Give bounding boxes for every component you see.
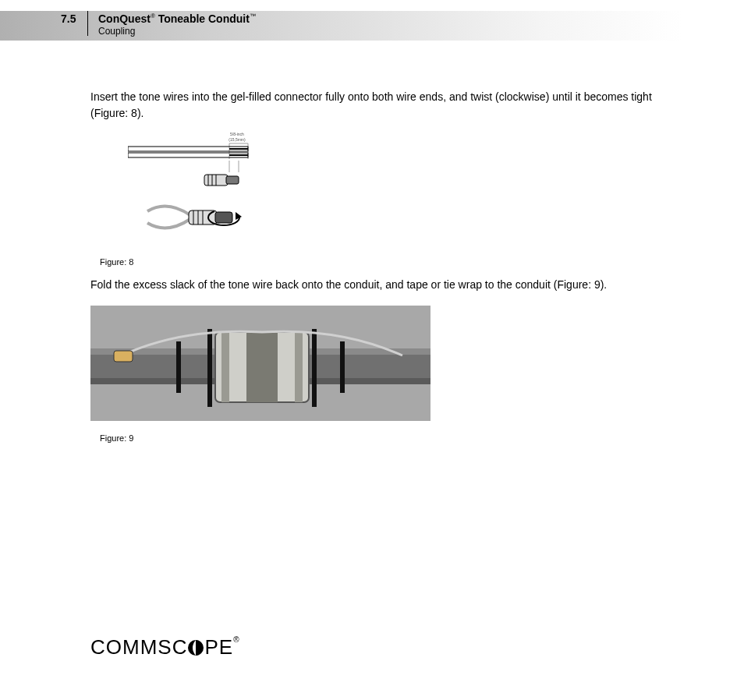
product-title: ConQuest® Toneable Conduit™ <box>98 12 256 25</box>
svg-rect-33 <box>114 351 133 362</box>
section-number: 7.5 <box>61 12 76 25</box>
product-name-1: ConQuest <box>98 12 151 25</box>
instruction-paragraph-2: Fold the excess slack of the tone wire b… <box>90 277 668 293</box>
svg-rect-28 <box>295 332 303 402</box>
trademark-2: ™ <box>250 12 256 19</box>
fig8-dim-1: 5/8-inch <box>230 132 244 136</box>
svg-rect-10 <box>226 176 239 184</box>
figure-9-caption: Figure: 9 <box>100 433 133 443</box>
header-divider <box>87 11 88 36</box>
figure-8-caption: Figure: 8 <box>100 257 133 267</box>
svg-rect-29 <box>176 341 181 393</box>
logo-registered-mark: ® <box>233 635 239 644</box>
logo-text-2: PE <box>204 635 233 659</box>
svg-rect-32 <box>312 329 317 407</box>
header-bar: 7.5 ConQuest® Toneable Conduit™ Coupling <box>0 11 683 41</box>
svg-rect-26 <box>246 332 278 402</box>
commscope-logo: COMMSCPE® <box>90 635 240 659</box>
instruction-paragraph-1: Insert the tone wires into the gel-fille… <box>90 89 668 122</box>
logo-globe-icon <box>187 639 204 656</box>
svg-rect-15 <box>215 212 232 223</box>
logo-text-1: COMMSC <box>90 635 187 659</box>
svg-rect-27 <box>221 332 229 402</box>
figure-9-photo <box>90 306 430 421</box>
figure-8-diagram: 5/8-inch (15,5mm) <box>128 129 260 246</box>
svg-rect-31 <box>207 329 212 407</box>
svg-rect-30 <box>340 341 345 393</box>
subsection-label: Coupling <box>98 26 135 37</box>
fig8-dim-2: (15,5mm) <box>229 137 246 142</box>
product-name-2: Toneable Conduit <box>155 12 250 25</box>
